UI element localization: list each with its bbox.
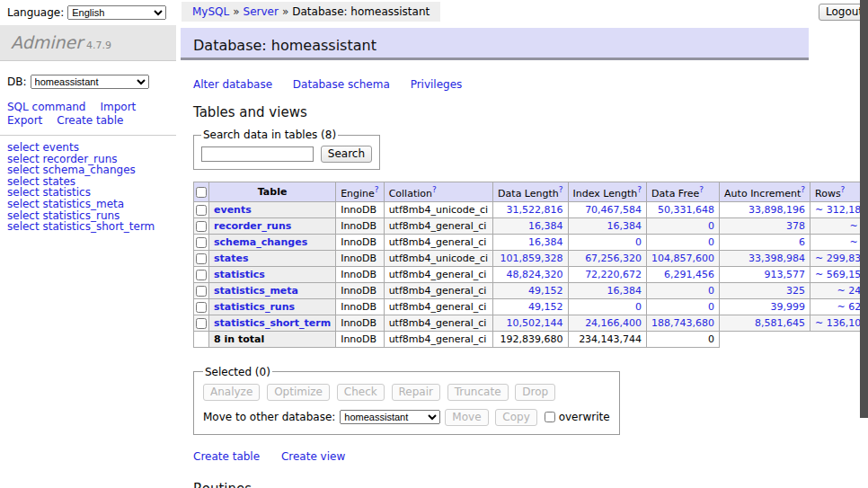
select-all-checkbox[interactable]: [196, 187, 207, 198]
row-checkbox[interactable]: [196, 318, 207, 329]
drop-button[interactable]: Drop: [515, 384, 555, 401]
help-icon[interactable]: ?: [699, 185, 704, 194]
column-header-data-free[interactable]: Data Free?: [647, 182, 720, 202]
data-length-value[interactable]: 49,152: [498, 285, 562, 297]
check-button[interactable]: Check: [337, 384, 385, 401]
truncate-button[interactable]: Truncate: [447, 384, 509, 401]
table-link-statistics-meta[interactable]: statistics_meta: [214, 285, 298, 297]
row-checkbox[interactable]: [196, 286, 207, 297]
data-free-value[interactable]: 0: [651, 220, 714, 232]
table-link-events[interactable]: events: [214, 204, 252, 216]
column-header-index-length[interactable]: Index Length?: [568, 182, 647, 202]
data-length-value[interactable]: 16,384: [498, 220, 562, 232]
row-checkbox[interactable]: [196, 221, 207, 232]
table-link-recorder-runs[interactable]: recorder_runs: [214, 220, 291, 232]
search-button[interactable]: Search: [321, 146, 372, 163]
move-button[interactable]: Move: [445, 409, 488, 426]
index-length-value[interactable]: 0: [573, 236, 642, 248]
collation-cell: utf8mb4_general_ci: [384, 234, 492, 250]
column-header-engine[interactable]: Engine?: [336, 182, 384, 202]
overwrite-label[interactable]: overwrite: [559, 411, 610, 423]
scrollbar-thumb[interactable]: [860, 0, 868, 418]
auto-increment-value[interactable]: 913,577: [724, 269, 805, 280]
table-link-statistics-runs[interactable]: statistics_runs: [214, 301, 295, 313]
database-schema-link[interactable]: Database schema: [293, 78, 390, 91]
copy-button[interactable]: Copy: [495, 409, 536, 426]
column-header-collation[interactable]: Collation?: [384, 182, 492, 202]
search-input[interactable]: [201, 146, 314, 162]
sql-command-link[interactable]: SQL command: [7, 101, 85, 113]
collation-cell: utf8mb4_general_ci: [384, 298, 492, 315]
column-header-auto-increment[interactable]: Auto Increment?: [720, 182, 810, 202]
auto-increment-value[interactable]: 325: [724, 285, 805, 297]
help-icon[interactable]: ?: [841, 185, 846, 194]
row-checkbox[interactable]: [196, 237, 207, 248]
data-free-value[interactable]: 188,743,680: [651, 317, 714, 329]
create-table-link-sidebar[interactable]: Create table: [57, 114, 123, 127]
overwrite-checkbox[interactable]: [545, 412, 555, 422]
auto-increment-value[interactable]: 33,898,196: [724, 204, 805, 216]
table-link-statistics-short-term[interactable]: statistics_short_term: [214, 317, 331, 329]
analyze-button[interactable]: Analyze: [203, 384, 260, 401]
help-icon[interactable]: ?: [637, 185, 642, 194]
repair-button[interactable]: Repair: [392, 384, 440, 401]
table-row: statistics_short_term InnoDB utf8mb4_gen…: [194, 315, 868, 331]
auto-increment-value[interactable]: 378: [724, 220, 805, 232]
language-select[interactable]: English: [67, 5, 166, 20]
create-view-link[interactable]: Create view: [281, 450, 345, 463]
sidebar-item-select-statistics-short-term[interactable]: select statistics_short_term: [7, 220, 155, 233]
column-header-data-length[interactable]: Data Length?: [493, 182, 568, 202]
optimize-button[interactable]: Optimize: [267, 384, 330, 401]
table-link-schema-changes[interactable]: schema_changes: [214, 236, 307, 248]
move-database-select[interactable]: homeassistant: [340, 410, 440, 424]
index-length-value[interactable]: 24,166,400: [573, 317, 642, 329]
auto-increment-value[interactable]: 33,398,984: [724, 253, 805, 264]
data-length-value[interactable]: 49,152: [498, 301, 562, 313]
data-length-value[interactable]: 48,824,320: [498, 269, 562, 280]
title-bar: Database: homeassistant: [181, 28, 809, 60]
index-length-value[interactable]: 0: [573, 301, 642, 313]
help-icon[interactable]: ?: [432, 185, 437, 194]
create-table-link[interactable]: Create table: [193, 450, 260, 463]
help-icon[interactable]: ?: [801, 185, 805, 194]
export-link[interactable]: Export: [7, 114, 42, 127]
privileges-link[interactable]: Privileges: [411, 78, 463, 91]
alter-database-link[interactable]: Alter database: [193, 78, 272, 91]
index-length-value[interactable]: 67,256,320: [573, 253, 642, 264]
data-length-value[interactable]: 16,384: [498, 236, 562, 248]
data-length-value[interactable]: 101,859,328: [498, 253, 562, 264]
data-free-value[interactable]: 0: [651, 236, 714, 248]
breadcrumb-mysql-link[interactable]: MySQL: [192, 5, 229, 18]
row-checkbox[interactable]: [196, 205, 207, 216]
auto-increment-value[interactable]: 6: [724, 236, 805, 248]
index-length-value[interactable]: 70,467,584: [573, 204, 642, 216]
table-row: statistics_meta InnoDB utf8mb4_general_c…: [194, 282, 868, 298]
data-free-value[interactable]: 104,857,600: [651, 253, 714, 264]
help-icon[interactable]: ?: [559, 185, 563, 194]
index-length-value[interactable]: 16,384: [573, 220, 642, 232]
row-checkbox[interactable]: [196, 270, 207, 280]
db-select[interactable]: homeassistant: [31, 75, 149, 89]
table-link-states[interactable]: states: [214, 253, 249, 264]
database-actions: Alter database Database schema Privilege…: [193, 78, 822, 91]
data-free-value[interactable]: 6,291,456: [651, 269, 714, 280]
vertical-scrollbar[interactable]: [860, 0, 868, 488]
import-link[interactable]: Import: [100, 101, 136, 113]
auto-increment-value[interactable]: 8,581,645: [724, 317, 805, 329]
index-length-value[interactable]: 72,220,672: [573, 269, 642, 280]
data-free-value[interactable]: 0: [651, 285, 714, 297]
table-total-row: 8 in total InnoDB utf8mb4_general_ci 192…: [194, 331, 868, 347]
tables-heading: Tables and views: [193, 104, 822, 120]
table-row: schema_changes InnoDB utf8mb4_general_ci…: [194, 234, 868, 250]
row-checkbox[interactable]: [196, 302, 207, 313]
auto-increment-value[interactable]: 39,999: [724, 301, 805, 313]
breadcrumb-server-link[interactable]: Server: [244, 5, 279, 18]
data-free-value[interactable]: 50,331,648: [651, 204, 714, 216]
data-length-value[interactable]: 31,522,816: [498, 204, 562, 216]
row-checkbox[interactable]: [196, 253, 207, 264]
table-link-statistics[interactable]: statistics: [214, 269, 265, 280]
data-free-value[interactable]: 0: [651, 301, 714, 313]
data-length-value[interactable]: 10,502,144: [498, 317, 562, 329]
help-icon[interactable]: ?: [375, 185, 379, 194]
index-length-value[interactable]: 16,384: [573, 285, 642, 297]
